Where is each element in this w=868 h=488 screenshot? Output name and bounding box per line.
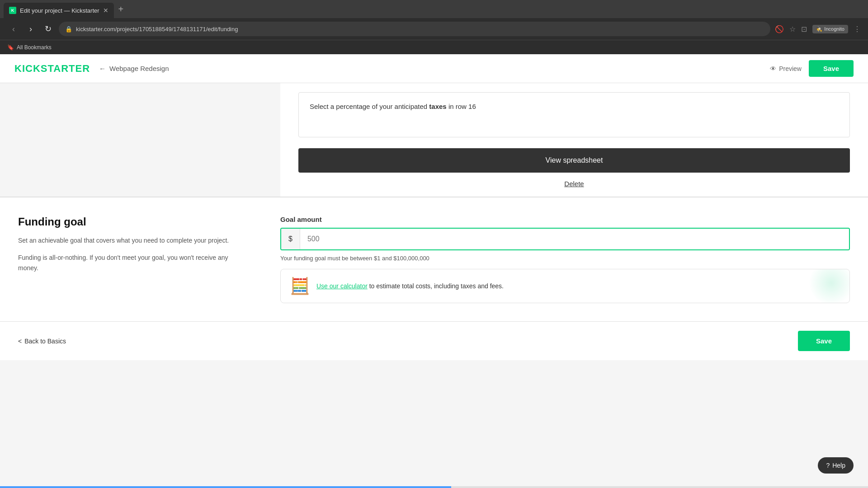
progress-bar-wrap	[0, 486, 868, 488]
bookmarks-bar: 🔖 All Bookmarks	[0, 40, 868, 54]
delete-link[interactable]: Delete	[298, 180, 850, 188]
calculator-text: Use our calculator to estimate total cos…	[316, 282, 504, 290]
hint-text-part2: in row 16	[447, 103, 476, 110]
back-link-label: Back to Basics	[24, 338, 66, 345]
funding-desc-1: Set an achievable goal that covers what …	[18, 235, 244, 245]
help-label: Help	[832, 462, 845, 469]
back-arrow: ←	[99, 65, 106, 72]
browser-toolbar: ‹ › ↻ 🔒 kickstarter.com/projects/1705188…	[0, 18, 868, 40]
project-name[interactable]: Webpage Redesign	[109, 65, 169, 72]
hint-text-bold: taxes	[429, 103, 446, 110]
device-icon[interactable]: ⊡	[801, 25, 807, 33]
more-options-icon[interactable]: ⋮	[854, 25, 861, 33]
hint-box: Select a percentage of your anticipated …	[298, 92, 850, 137]
goal-hint-text: Your funding goal must be between $1 and…	[280, 255, 850, 262]
left-spacer	[0, 83, 280, 197]
new-tab-button[interactable]: +	[114, 4, 128, 14]
save-bottom-button[interactable]: Save	[798, 331, 850, 351]
lock-icon: 🔒	[65, 26, 72, 33]
funding-title: Funding goal	[18, 216, 244, 228]
page-body: Select a percentage of your anticipated …	[0, 83, 868, 360]
funding-form: Goal amount $ Your funding goal must be …	[262, 216, 868, 303]
bookmarks-label: All Bookmarks	[17, 44, 52, 51]
tab-close-icon[interactable]: ✕	[103, 7, 108, 14]
currency-symbol: $	[281, 229, 300, 249]
funding-description: Funding goal Set an achievable goal that…	[0, 216, 262, 303]
bottom-nav: < Back to Basics Save	[0, 321, 868, 360]
funding-section: Funding goal Set an achievable goal that…	[0, 197, 868, 321]
preview-button[interactable]: 👁 Preview	[770, 65, 802, 72]
preview-label: Preview	[779, 65, 802, 72]
tab-title: Edit your project — Kickstarter	[20, 7, 99, 14]
incognito-badge: 🕵 Incognito	[812, 25, 848, 33]
back-chevron-icon: <	[18, 338, 22, 345]
header-left: KICKSTARTER ← Webpage Redesign	[14, 63, 169, 75]
goal-amount-label: Goal amount	[280, 216, 850, 223]
save-header-button[interactable]: Save	[809, 60, 854, 77]
help-button[interactable]: ? Help	[818, 457, 854, 474]
hint-text: Select a percentage of your anticipated …	[310, 102, 839, 112]
back-nav-button[interactable]: ‹	[7, 23, 20, 35]
bookmark-star-icon[interactable]: ☆	[789, 25, 796, 33]
calculator-link[interactable]: Use our calculator	[316, 282, 368, 290]
goal-amount-input[interactable]	[300, 229, 849, 249]
url-text: kickstarter.com/projects/1705188549/1748…	[76, 26, 238, 33]
header-right: 👁 Preview Save	[770, 60, 854, 77]
forward-nav-button[interactable]: ›	[24, 23, 37, 35]
spreadsheet-section-wrap: Select a percentage of your anticipated …	[0, 83, 868, 197]
eye-icon: 👁	[770, 65, 776, 72]
tab-favicon: K	[9, 7, 16, 14]
calc-text-suffix: to estimate total costs, including taxes…	[368, 282, 504, 290]
browser-tabs: K Edit your project — Kickstarter ✕ +	[0, 0, 868, 18]
progress-bar-fill	[0, 486, 451, 488]
bookmark-list-icon: 🔖	[7, 44, 14, 51]
view-spreadsheet-button[interactable]: View spreadsheet	[298, 148, 850, 173]
hint-text-part1: Select a percentage of your anticipated	[310, 103, 429, 110]
kickstarter-logo[interactable]: KICKSTARTER	[14, 63, 90, 75]
incognito-label: Incognito	[824, 26, 844, 32]
calc-decoration	[809, 269, 850, 303]
funding-desc-2: Funding is all-or-nothing. If you don't …	[18, 253, 244, 273]
goal-input-wrap: $	[280, 228, 850, 250]
incognito-icon: 🕵	[816, 26, 822, 32]
breadcrumb: ← Webpage Redesign	[99, 65, 169, 72]
back-to-basics-link[interactable]: < Back to Basics	[18, 338, 66, 345]
browser-chrome: K Edit your project — Kickstarter ✕ + ‹ …	[0, 0, 868, 54]
camera-off-icon[interactable]: 🚫	[775, 25, 784, 33]
active-tab[interactable]: K Edit your project — Kickstarter ✕	[4, 3, 114, 18]
site-header: KICKSTARTER ← Webpage Redesign 👁 Preview…	[0, 54, 868, 83]
calculator-box: 🧮 Use our calculator to estimate total c…	[280, 269, 850, 303]
refresh-button[interactable]: ↻	[42, 23, 54, 35]
address-bar[interactable]: 🔒 kickstarter.com/projects/1705188549/17…	[59, 22, 770, 36]
spreadsheet-content: Select a percentage of your anticipated …	[280, 83, 868, 197]
toolbar-icons: 🚫 ☆ ⊡ 🕵 Incognito ⋮	[775, 25, 861, 33]
help-icon: ?	[826, 462, 830, 469]
calculator-icon: 🧮	[290, 277, 310, 296]
